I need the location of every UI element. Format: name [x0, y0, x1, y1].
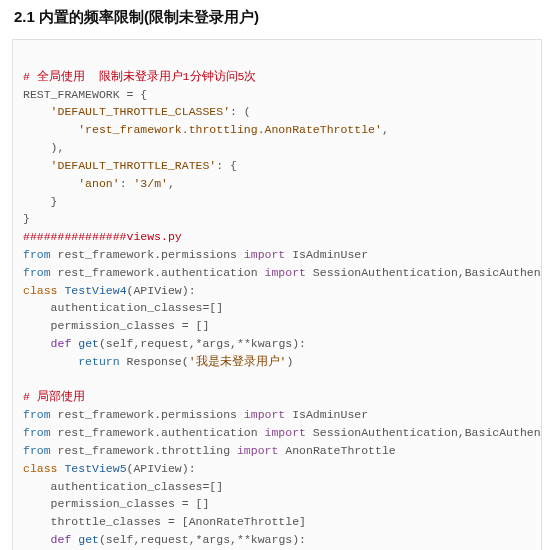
code-keyword: import — [244, 408, 285, 421]
code-text: , — [168, 177, 175, 190]
code-classname: TestView5 — [64, 462, 126, 475]
code-text: rest_framework.permissions — [51, 408, 244, 421]
section-heading: 2.1 内置的频率限制(限制未登录用户) — [0, 0, 554, 31]
code-comment: # 全局使用 限制未登录用户1分钟访问5次 — [23, 70, 256, 83]
code-text: IsAdminUser — [285, 408, 368, 421]
code-key: 'DEFAULT_THROTTLE_RATES' — [51, 159, 217, 172]
code-string: '3/m' — [133, 177, 168, 190]
code-text: Response( — [120, 355, 189, 368]
code-keyword: from — [23, 266, 51, 279]
code-keyword: import — [265, 426, 306, 439]
code-keyword: def — [51, 337, 72, 350]
code-keyword: from — [23, 248, 51, 261]
code-text: : — [120, 177, 134, 190]
code-text: rest_framework.permissions — [51, 248, 244, 261]
code-text: rest_framework.authentication — [51, 266, 265, 279]
code-funcname: get — [78, 533, 99, 546]
code-text: rest_framework.throttling — [51, 444, 237, 457]
code-keyword: class — [23, 462, 58, 475]
code-funcname: get — [78, 337, 99, 350]
code-text: : { — [216, 159, 237, 172]
code-line: } — [23, 195, 58, 208]
code-text: (self,request,*args,**kwargs): — [99, 337, 306, 350]
code-text: ) — [286, 355, 293, 368]
code-line: REST_FRAMEWORK = { — [23, 88, 147, 101]
code-text: : ( — [230, 105, 251, 118]
code-line: permission_classes = [] — [23, 319, 209, 332]
code-keyword: from — [23, 444, 51, 457]
code-text: rest_framework.authentication — [51, 426, 265, 439]
code-string: 'rest_framework.throttling.AnonRateThrot… — [78, 123, 382, 136]
code-text: SessionAuthentication,BasicAuthenticatio… — [306, 426, 542, 439]
code-line: throttle_classes = [AnonRateThrottle] — [23, 515, 306, 528]
code-keyword: import — [265, 266, 306, 279]
code-classname: TestView4 — [64, 284, 126, 297]
code-text: AnonRateThrottle — [278, 444, 395, 457]
code-keyword: return — [78, 355, 119, 368]
code-text: (APIView): — [127, 462, 196, 475]
code-line: authentication_classes=[] — [23, 480, 223, 493]
code-keyword: import — [244, 248, 285, 261]
code-comment: # 局部使用 — [23, 390, 85, 403]
code-keyword: class — [23, 284, 58, 297]
code-comment: ###############views.py — [23, 230, 182, 243]
code-line: permission_classes = [] — [23, 497, 209, 510]
code-text: (APIView): — [127, 284, 196, 297]
code-text: , — [382, 123, 389, 136]
code-keyword: import — [237, 444, 278, 457]
code-keyword: def — [51, 533, 72, 546]
code-line: authentication_classes=[] — [23, 301, 223, 314]
code-line: ), — [23, 141, 64, 154]
code-text: (self,request,*args,**kwargs): — [99, 533, 306, 546]
code-keyword: from — [23, 426, 51, 439]
code-text: SessionAuthentication,BasicAuthenticatio… — [306, 266, 542, 279]
code-block: # 全局使用 限制未登录用户1分钟访问5次 REST_FRAMEWORK = {… — [12, 39, 542, 550]
code-key: 'DEFAULT_THROTTLE_CLASSES' — [51, 105, 230, 118]
code-text: IsAdminUser — [285, 248, 368, 261]
code-line: } — [23, 212, 30, 225]
code-string: '我是未登录用户' — [189, 355, 287, 368]
code-keyword: from — [23, 408, 51, 421]
code-string: 'anon' — [78, 177, 119, 190]
